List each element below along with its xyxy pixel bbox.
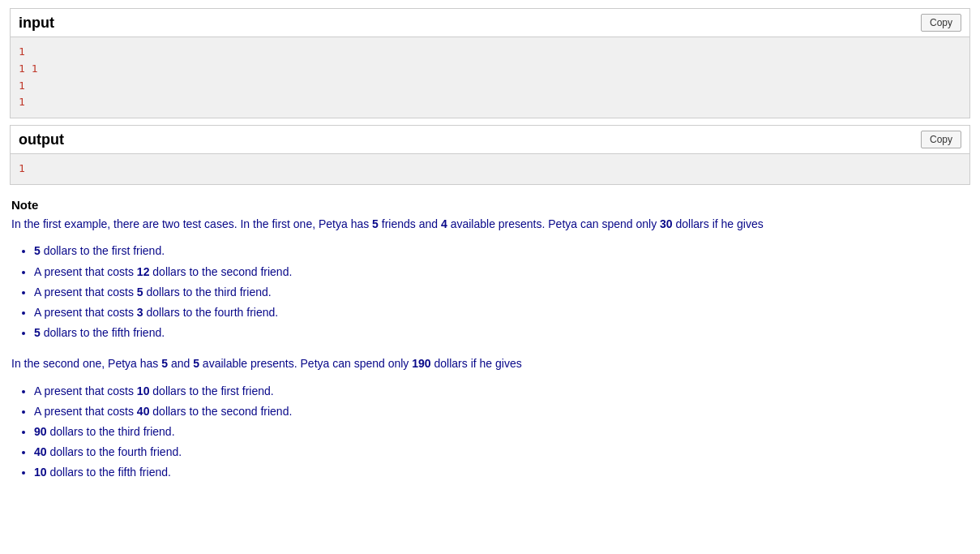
output-block: output Copy 1	[10, 125, 970, 185]
input-content: 1 1 1 1 1	[11, 37, 969, 118]
list-item: A present that costs 10 dollars to the f…	[34, 381, 969, 402]
note-para1-num2: 4	[441, 217, 447, 230]
list-item: 40 dollars to the fourth friend.	[34, 442, 969, 462]
note-para2-num3: 190	[412, 357, 430, 370]
note-list-2: A present that costs 10 dollars to the f…	[34, 381, 969, 483]
note-title: Note	[11, 198, 969, 212]
list-num: 10	[137, 384, 150, 397]
note-paragraph-1: In the first example, there are two test…	[11, 215, 969, 233]
list-num: 3	[137, 306, 143, 319]
list-item: A present that costs 40 dollars to the s…	[34, 402, 969, 422]
list-text: A present that costs	[34, 405, 137, 418]
list-text: A present that costs	[34, 265, 137, 278]
note-para2-text1: In the second one, Petya has	[11, 357, 161, 370]
input-block: input Copy 1 1 1 1 1	[10, 8, 970, 118]
note-section: Note In the first example, there are two…	[10, 198, 970, 483]
input-header: input Copy	[11, 9, 969, 37]
note-para1-num1: 5	[372, 217, 379, 230]
note-para1-text4: dollars if he gives	[673, 217, 764, 230]
list-text: A present that costs	[34, 384, 137, 397]
list-item: 10 dollars to the fifth friend.	[34, 462, 969, 483]
note-paragraph-2: In the second one, Petya has 5 and 5 ava…	[11, 354, 969, 372]
note-para1-text3: available presents. Petya can spend only	[447, 217, 660, 230]
note-para2-num1: 5	[161, 357, 168, 370]
note-para1-text2: friends and	[379, 217, 441, 230]
list-text: A present that costs	[34, 286, 137, 298]
output-label: output	[19, 131, 64, 148]
list-text: dollars to the fifth friend.	[47, 466, 171, 479]
list-num: 5	[137, 286, 143, 298]
list-num: 12	[137, 265, 150, 278]
note-para2-text3: available presents. Petya can spend only	[199, 357, 412, 370]
note-list-1: 5 dollars to the first friend. A present…	[34, 241, 969, 343]
list-text: dollars to the first friend.	[149, 384, 273, 397]
input-copy-button[interactable]: Copy	[921, 14, 961, 32]
list-item: 5 dollars to the fifth friend.	[34, 323, 969, 343]
list-item: A present that costs 5 dollars to the th…	[34, 282, 969, 303]
list-num: 5	[34, 244, 41, 257]
list-num: 40	[137, 405, 150, 418]
list-num: 40	[34, 445, 47, 458]
note-para2-num2: 5	[193, 357, 199, 370]
list-num: 10	[34, 466, 47, 479]
list-text: dollars to the third friend.	[143, 286, 272, 298]
note-para2-text4: dollars if he gives	[431, 357, 522, 370]
output-content: 1	[11, 154, 969, 184]
list-text: dollars to the third friend.	[47, 425, 175, 438]
note-para1-num3: 30	[660, 217, 673, 230]
note-para2-text2: and	[168, 357, 193, 370]
list-item: A present that costs 3 dollars to the fo…	[34, 303, 969, 323]
list-text: dollars to the second friend.	[149, 265, 292, 278]
list-item: 5 dollars to the first friend.	[34, 241, 969, 261]
list-text: dollars to the fourth friend.	[143, 306, 279, 319]
input-label: input	[19, 15, 54, 32]
list-num: 90	[34, 425, 47, 438]
output-header: output Copy	[11, 126, 969, 154]
list-text: dollars to the second friend.	[149, 405, 292, 418]
list-item: 90 dollars to the third friend.	[34, 422, 969, 442]
list-item: A present that costs 12 dollars to the s…	[34, 262, 969, 282]
list-text: A present that costs	[34, 306, 137, 319]
list-text: dollars to the fifth friend.	[41, 326, 165, 339]
list-num: 5	[34, 326, 41, 339]
note-para1-text1: In the first example, there are two test…	[11, 217, 372, 230]
list-text: dollars to the first friend.	[41, 244, 165, 257]
output-copy-button[interactable]: Copy	[921, 131, 961, 148]
list-text: dollars to the fourth friend.	[47, 445, 182, 458]
